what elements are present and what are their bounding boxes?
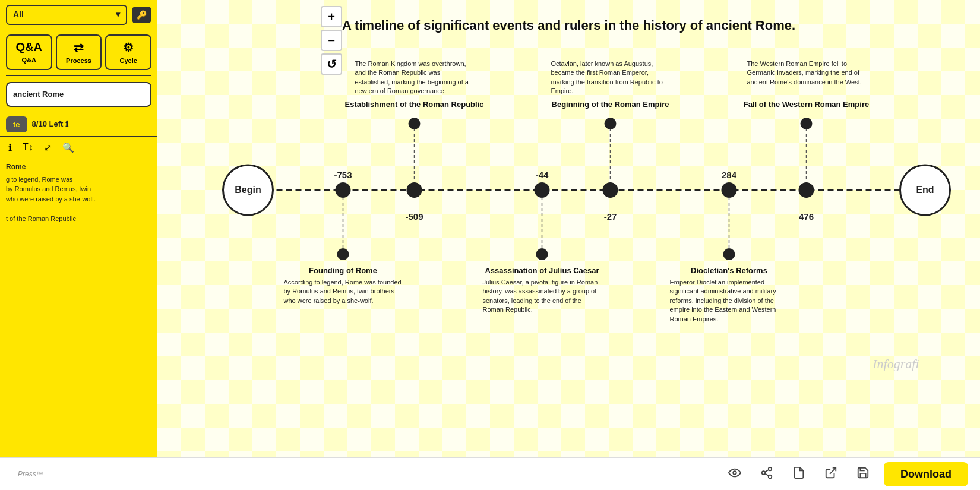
- share-button[interactable]: [755, 464, 778, 485]
- svg-point-3: [769, 475, 772, 478]
- cycle-nav-button[interactable]: ⚙ Cycle: [105, 34, 151, 70]
- point-284: [722, 183, 736, 197]
- preview-text3: who were raised by a she-wolf.: [6, 194, 151, 204]
- filter-dropdown[interactable]: All ▾: [6, 5, 127, 25]
- point-509: [407, 183, 422, 197]
- date-44: -44: [536, 170, 549, 180]
- download-button[interactable]: Download: [884, 462, 968, 486]
- preview-text2: by Romulus and Remus, twin: [6, 184, 151, 194]
- key-button[interactable]: 🔑: [132, 7, 151, 23]
- zoom-in-button[interactable]: +: [321, 6, 342, 27]
- timeline-svg: Establishment of the Roman Republic The …: [157, 0, 980, 404]
- preview-button[interactable]: [723, 464, 746, 485]
- point-27: [603, 183, 618, 197]
- sidebar-nav: Q&A Q&A ⇄ Process ⚙ Cycle: [0, 30, 157, 75]
- point-44: [535, 183, 549, 197]
- cycle-icon: ⚙: [123, 40, 134, 55]
- text-size-button[interactable]: T↕: [20, 141, 36, 154]
- event-desc-476: The Western Roman Empire fell to Germani…: [747, 59, 866, 107]
- status-btn-label: te: [13, 120, 20, 129]
- event-title-284: Diocletian's Reforms: [691, 266, 767, 275]
- svg-point-2: [762, 471, 766, 475]
- timeline-canvas: A timeline of significant events and rul…: [157, 0, 980, 457]
- process-nav-button[interactable]: ⇄ Process: [56, 34, 102, 70]
- info-icon: ℹ: [65, 119, 68, 128]
- preview-title2: t of the Roman Republic: [6, 214, 151, 224]
- point-753: [336, 183, 350, 197]
- end-label: End: [916, 185, 934, 195]
- zoom-reset-button[interactable]: ↺: [321, 53, 342, 75]
- export-button[interactable]: [820, 464, 842, 485]
- begin-label: Begin: [235, 185, 261, 195]
- status-count: 8/10 Left ℹ: [32, 119, 68, 129]
- event-title-753: Founding of Rome: [309, 266, 377, 275]
- date-284: 284: [722, 170, 737, 180]
- sidebar-title-area: ancient Rome: [0, 76, 157, 113]
- dot-284-below: [723, 248, 735, 260]
- info-tool-button[interactable]: ℹ: [6, 141, 14, 154]
- sidebar-top: All ▾ 🔑: [0, 0, 157, 30]
- svg-line-6: [830, 467, 836, 473]
- svg-line-4: [765, 473, 769, 476]
- cycle-label: Cycle: [120, 57, 137, 64]
- watermark: Infografi: [872, 356, 919, 371]
- date-753: -753: [334, 170, 352, 180]
- preview-title: Rome: [6, 162, 151, 172]
- sidebar-title-box: ancient Rome: [6, 82, 151, 107]
- dot-27-above: [605, 118, 617, 129]
- chevron-down-icon: ▾: [116, 9, 120, 21]
- dot-509-above: [409, 118, 421, 129]
- search-button[interactable]: 🔍: [60, 141, 77, 154]
- dot-44-below: [536, 248, 548, 260]
- date-476: 476: [799, 211, 814, 222]
- dot-753-below: [337, 248, 349, 260]
- event-desc-27: Octavian, later known as Augustus, becam…: [551, 59, 670, 107]
- qa-icon: Q&A: [16, 40, 42, 54]
- process-label: Process: [66, 57, 91, 64]
- qa-label: Q&A: [22, 56, 36, 64]
- event-desc-509: The Roman Kingdom was overthrown, and th…: [355, 59, 474, 107]
- preview-text1: g to legend, Rome was: [6, 175, 151, 185]
- dot-476-above: [801, 118, 813, 129]
- status-button[interactable]: te: [6, 116, 27, 132]
- qa-nav-button[interactable]: Q&A Q&A: [6, 34, 52, 70]
- content-area: + − ↺ A timeline of significant events a…: [157, 0, 980, 457]
- event-desc-284: Emperor Diocletian implemented significa…: [670, 278, 789, 337]
- point-476: [799, 183, 814, 197]
- date-509: -509: [405, 211, 423, 222]
- dropdown-label: All: [13, 9, 24, 21]
- status-bar: te 8/10 Left ℹ: [0, 113, 157, 136]
- event-desc-44: Julius Caesar, a pivotal figure in Roman…: [483, 278, 602, 325]
- sidebar: All ▾ 🔑 Q&A Q&A ⇄ Process ⚙ Cycle a: [0, 0, 157, 457]
- date-27: -27: [604, 211, 617, 222]
- press-logo: Press™: [18, 469, 43, 479]
- save-button[interactable]: [852, 464, 874, 485]
- doc-button[interactable]: [788, 464, 810, 485]
- sidebar-preview: Rome g to legend, Rome was by Romulus an…: [0, 158, 157, 457]
- svg-point-0: [733, 471, 736, 475]
- bottom-bar: Press™ Download: [0, 457, 980, 490]
- expand-button[interactable]: ⤢: [42, 141, 54, 154]
- sidebar-title: ancient Rome: [13, 90, 64, 99]
- event-desc-753: According to legend, Rome was founded by…: [284, 278, 403, 320]
- sidebar-toolbar: ℹ T↕ ⤢ 🔍: [0, 136, 157, 158]
- zoom-controls: + − ↺: [321, 6, 342, 75]
- event-title-44: Assassination of Julius Caesar: [485, 266, 599, 275]
- process-icon: ⇄: [74, 40, 84, 55]
- svg-line-5: [765, 469, 769, 472]
- svg-point-1: [769, 467, 772, 470]
- zoom-out-button[interactable]: −: [321, 30, 342, 51]
